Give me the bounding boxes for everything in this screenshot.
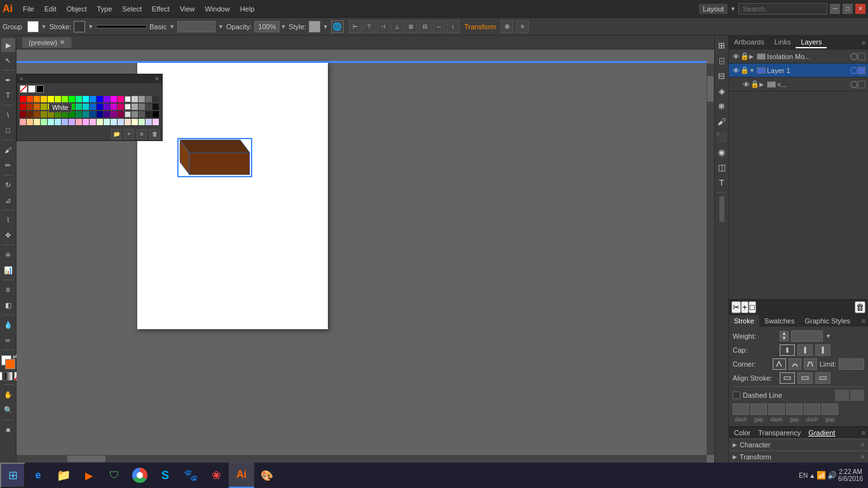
bottom-tab-color[interactable]: Color	[731, 428, 753, 437]
transform-options[interactable]: ≡	[861, 454, 864, 460]
swatch-delete[interactable]: 🗑	[149, 129, 159, 139]
sw3-r19[interactable]	[146, 111, 152, 118]
stroke-color-dropdown[interactable]: ▼	[88, 24, 93, 30]
sw3-r10[interactable]	[83, 111, 89, 118]
align-btn-1[interactable]: ⊢	[349, 20, 362, 33]
layer-visibility-sub[interactable]: 👁	[742, 80, 750, 89]
toolbar-extra-btn-1[interactable]: ⊕	[501, 20, 513, 33]
character-header[interactable]: ▶ Character ≡	[729, 439, 868, 451]
tab-layers[interactable]: Layers	[796, 37, 827, 48]
align-btn-5[interactable]: ⊞	[405, 20, 417, 33]
weight-down-btn[interactable]: ▼	[780, 336, 789, 341]
stroke-weight-input[interactable]	[791, 330, 823, 342]
rt-transform-btn[interactable]: ⌹	[715, 53, 729, 67]
layer-expand-sub[interactable]: ▶	[759, 81, 766, 88]
free-transform-tool[interactable]: ✥	[1, 228, 15, 242]
sw4-r4[interactable]	[41, 119, 47, 125]
direct-selection-tool[interactable]: ↖	[1, 53, 15, 67]
layer-expand-isolation[interactable]: ▶	[749, 53, 756, 60]
sw-r14[interactable]	[111, 96, 117, 102]
eyedropper-tool[interactable]: 💧	[1, 318, 15, 332]
layer-target-layer1[interactable]	[850, 67, 858, 74]
swatch-black-main[interactable]	[36, 85, 44, 93]
layer-target-sub[interactable]	[850, 81, 858, 88]
search-input[interactable]	[738, 3, 827, 15]
selection-tool[interactable]: ▶	[1, 38, 15, 52]
sw3-r20[interactable]	[153, 111, 159, 118]
layer-visibility-isolation[interactable]: 👁	[731, 52, 740, 61]
sw4-r17[interactable]	[132, 119, 138, 125]
mesh-tool[interactable]: #	[1, 283, 15, 297]
dashed-btn-1[interactable]	[835, 390, 849, 401]
cap-square-btn[interactable]	[815, 344, 831, 356]
stroke-panel-options[interactable]: ≡	[859, 317, 868, 325]
sw-r16[interactable]	[125, 96, 131, 102]
sw2-r14[interactable]	[111, 104, 117, 110]
sw-r15[interactable]	[118, 96, 124, 102]
task-app2[interactable]: ❀	[203, 463, 229, 488]
stroke-tab-graphic-styles[interactable]: Graphic Styles	[800, 315, 856, 327]
sw-r9[interactable]	[76, 96, 82, 102]
align-stroke-outside[interactable]	[815, 372, 831, 384]
stroke-weight-dropdown[interactable]: ▼	[825, 333, 831, 339]
rt-swatches-btn[interactable]: ⬛	[715, 130, 729, 144]
tab-links[interactable]: Links	[770, 37, 796, 48]
corner-round-btn[interactable]	[789, 358, 802, 370]
sw4-r6[interactable]	[55, 119, 61, 125]
sw4-r2[interactable]	[27, 119, 33, 125]
task-ai-active[interactable]: Ai	[229, 463, 254, 488]
sw4-r19[interactable]	[146, 119, 152, 125]
rt-graphic-btn[interactable]: ◉	[715, 145, 729, 159]
sw2-r13[interactable]	[104, 104, 110, 110]
sw3-r1[interactable]	[20, 111, 26, 118]
swatch-white-main[interactable]	[28, 85, 36, 93]
dash-input-1[interactable]	[733, 403, 749, 415]
task-skype[interactable]: S	[153, 463, 178, 488]
dashed-toggle[interactable]	[733, 391, 740, 399]
gap-input-3[interactable]	[822, 403, 838, 415]
task-explorer[interactable]: 📁	[51, 463, 76, 488]
sw4-r9[interactable]	[76, 119, 82, 125]
sw2-r9[interactable]	[76, 104, 82, 110]
rt-pathfinder-btn[interactable]: ◈	[715, 84, 729, 98]
dash-input-2[interactable]	[768, 403, 785, 415]
zoom-tool[interactable]: 🔍	[1, 403, 15, 417]
sw3-r15[interactable]	[118, 111, 124, 118]
maximize-button[interactable]: □	[843, 4, 853, 14]
sw2-r11[interactable]	[90, 104, 96, 110]
swatch-new-folder[interactable]: 📁	[111, 129, 121, 139]
sw-r20[interactable]	[153, 96, 159, 102]
sw-r1[interactable]	[20, 96, 26, 102]
sw4-r11[interactable]	[90, 119, 96, 125]
layer-visibility-layer1[interactable]: 👁	[731, 66, 740, 75]
sw-r19[interactable]	[146, 96, 152, 102]
scrollbar-horizontal[interactable]	[17, 455, 707, 463]
sw2-r15[interactable]	[118, 104, 124, 110]
bottom-tab-gradient[interactable]: Gradient	[806, 428, 837, 437]
artboard[interactable]	[137, 62, 328, 329]
sw-r7[interactable]	[62, 96, 68, 102]
sw-r3[interactable]	[34, 96, 40, 102]
sw-r12[interactable]	[97, 96, 103, 102]
rt-symbols-btn[interactable]: ❋	[715, 99, 729, 113]
menu-file[interactable]: File	[18, 4, 39, 14]
task-chrome[interactable]	[127, 463, 153, 488]
scrollbar-vertical[interactable]	[707, 64, 714, 455]
canvas-tab-item[interactable]: (preview) ✕	[22, 37, 72, 48]
menu-select[interactable]: Select	[117, 4, 147, 14]
sw3-r13[interactable]	[104, 111, 110, 118]
stroke-tab-swatches[interactable]: Swatches	[759, 315, 800, 327]
swatches-close[interactable]: ✕	[154, 76, 159, 82]
layer-select-sub[interactable]	[858, 81, 865, 88]
sw3-r2[interactable]	[27, 111, 33, 118]
task-media[interactable]: ▶	[76, 463, 102, 488]
sw4-r16[interactable]	[125, 119, 131, 125]
dashed-btn-2[interactable]	[850, 390, 864, 401]
style-dropdown[interactable]: ▼	[323, 24, 329, 30]
stroke-style-dropdown[interactable]: ▼	[218, 24, 224, 30]
task-paint[interactable]: 🎨	[254, 463, 280, 488]
sw3-r18[interactable]	[139, 111, 145, 118]
column-graph-tool[interactable]: 📊	[1, 263, 15, 277]
dash-input-3[interactable]	[804, 403, 820, 415]
fill-color-dropdown[interactable]: ▼	[41, 24, 47, 30]
